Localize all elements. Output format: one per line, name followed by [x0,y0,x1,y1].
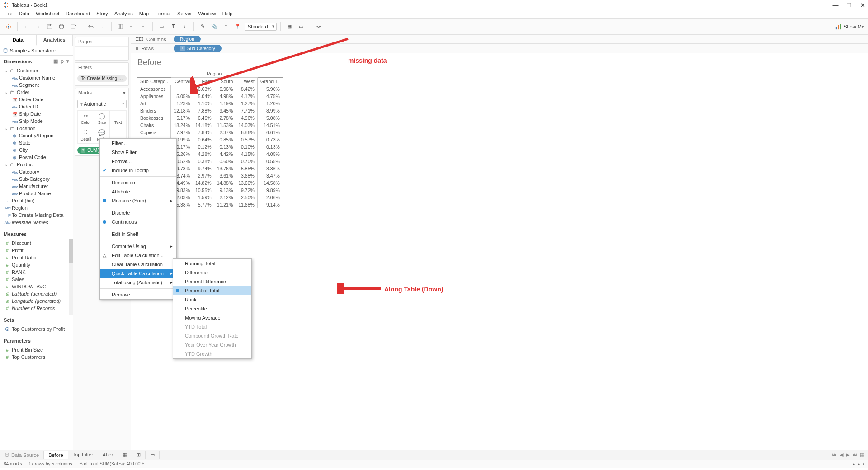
measure-longitude-generated-[interactable]: ⊕ Longitude (generated) [0,297,73,305]
marks-detail[interactable]: ⠿Detail [78,127,94,144]
menu-item-quick-table-calculation[interactable]: Quick Table Calculation▸ [100,269,176,278]
field-context-menu[interactable]: Filter...Show FilterFormat...✔Include in… [99,138,177,300]
tab-data[interactable]: Data [0,35,37,46]
menu-item-remove[interactable]: Remove [100,290,176,299]
submenu-item-moving-average[interactable]: Moving Average [173,313,251,322]
field-product-name[interactable]: Product Name [0,190,73,197]
folder-product[interactable]: ⌄ 🗀 Product [0,161,73,168]
menu-story[interactable]: Story [96,11,108,16]
new-dashboard-button[interactable]: ⊞ [132,451,146,459]
submenu-item-year-over-year-growth[interactable]: Year Over Year Growth [173,340,251,349]
filter-pill[interactable]: To Create Missing D.. [77,75,127,82]
measure-profit[interactable]: # Profit [0,247,73,254]
folder-order[interactable]: ⌄ 🗀 Order [0,89,73,96]
mark-type-dropdown[interactable]: T Automatic [77,100,127,108]
field-profit-bin-[interactable]: ₕ Profit (bin) [0,197,73,204]
menu-item-clear-table-calculation[interactable]: Clear Table Calculation [100,260,176,269]
tab-list-button[interactable]: ▦ [860,452,864,458]
menu-item-continuous[interactable]: Continuous [100,217,176,226]
field-customer-name[interactable]: Customer Name [0,74,73,81]
totals-button[interactable]: Σ [180,22,190,32]
show-me-button[interactable]: Show Me [835,24,864,30]
tab-analytics[interactable]: Analytics [37,35,73,46]
field-segment[interactable]: Segment [0,81,73,89]
field-state[interactable]: State [0,139,73,146]
presentation-button[interactable]: ▦ [284,22,294,32]
submenu-item-rank[interactable]: Rank [173,295,251,304]
rows-pill-subcategory[interactable]: +Sub-Category [174,45,222,52]
field-manufacturer[interactable]: Manufacturer [0,183,73,190]
marks-text[interactable]: TText [110,110,126,127]
new-worksheet-button[interactable] [68,22,78,32]
submenu-item-compound-growth-rate[interactable]: Compound Growth Rate [173,331,251,340]
sheet-tab-top-filter[interactable]: Top Filter [68,451,98,459]
field-postal-code[interactable]: Postal Code [0,154,73,161]
menu-format[interactable]: Format [155,11,171,16]
folder-customer[interactable]: ⌄ 🗀 Customer [0,67,73,74]
menu-help[interactable]: Help [222,11,233,16]
field-category[interactable]: Category [0,168,73,175]
menu-data[interactable]: Data [19,11,29,16]
menu-item-filter-[interactable]: Filter... [100,139,176,148]
menu-dashboard[interactable]: Dashboard [66,11,90,16]
field-city[interactable]: City [0,146,73,154]
field-order-date[interactable]: Order Date [0,96,73,103]
folder-location[interactable]: ⌄ 🗀 Location [0,125,73,132]
submenu-item-percent-of-total[interactable]: Percent of Total [173,286,251,295]
sheet-tab-before[interactable]: Before [44,451,68,459]
measure-latitude-generated-[interactable]: ⊕ Latitude (generated) [0,290,73,297]
share-button[interactable]: ⫘ [314,22,324,32]
field-country-region[interactable]: Country/Region [0,132,73,139]
field-measure-names[interactable]: Abc Measure Names [0,219,73,226]
sort-asc-button[interactable] [127,22,137,32]
measure-quantity[interactable]: # Quantity [0,261,73,268]
submenu-item-running-total[interactable]: Running Total [173,259,251,268]
new-story-button[interactable]: ▭ [146,451,160,459]
field-sub-category[interactable]: Sub-Category [0,175,73,183]
new-sheet-button[interactable]: ▦ [118,451,132,459]
menu-item-measure-sum-[interactable]: Measure (Sum)▸ [100,196,176,205]
tab-prev-button[interactable]: ◀ [840,452,843,458]
menu-item-edit-table-calculation-[interactable]: △Edit Table Calculation... [100,251,176,260]
menu-item-compute-using[interactable]: Compute Using▸ [100,242,176,251]
submenu-item-difference[interactable]: Difference [173,268,251,277]
fit-dropdown[interactable]: Standard [245,23,277,31]
sort-desc-button[interactable] [139,22,149,32]
menu-item-discrete[interactable]: Discrete [100,208,176,217]
menu-item-include-in-tooltip[interactable]: ✔Include in Tooltip [100,166,176,175]
datasource-row[interactable]: Sample - Superstore [0,46,73,56]
param-top-customers[interactable]: # Top Customers [0,353,73,361]
measure-profit-ratio[interactable]: # Profit Ratio [0,254,73,261]
submenu-item-percent-difference[interactable]: Percent Difference [173,277,251,286]
show-labels-button[interactable]: Ͳ [168,22,178,32]
highlight-button[interactable]: ✎ [198,22,208,32]
marks-color[interactable]: ••Color [78,110,94,127]
field-region[interactable]: Abc Region [0,204,73,212]
forward-button[interactable]: → [33,22,43,32]
menu-item-dimension[interactable]: Dimension [100,178,176,187]
measure-sales[interactable]: # Sales [0,276,73,283]
data-source-tab[interactable]: Data Source [0,451,44,459]
field-ship-date[interactable]: Ship Date [0,110,73,118]
new-datasource-button[interactable] [57,22,66,32]
menu-item-format-[interactable]: Format... [100,157,176,166]
tableau-icon[interactable] [4,22,14,32]
abc-button[interactable]: T [221,22,231,32]
sheet-title[interactable]: Before [137,58,862,67]
save-button[interactable] [45,22,55,32]
sheet-tab-after[interactable]: After [98,451,118,459]
menu-analysis[interactable]: Analysis [114,11,133,16]
menu-item-edit-in-shelf[interactable]: Edit in Shelf [100,230,176,239]
submenu-item-ytd-growth[interactable]: YTD Growth [173,349,251,358]
measure-window-avg[interactable]: # WINDOW_AVG [0,283,73,290]
pin-button[interactable]: 📍 [233,22,243,32]
tab-next-button[interactable]: ▶ [846,452,849,458]
device-button[interactable]: ▭ [296,22,306,32]
menu-map[interactable]: Map [139,11,149,16]
submenu-item-ytd-total[interactable]: YTD Total [173,322,251,331]
menu-worksheet[interactable]: Worksheet [36,11,59,16]
menu-item-show-filter[interactable]: Show Filter [100,148,176,157]
menu-server[interactable]: Server [177,11,192,16]
minimize-button[interactable]: — [833,2,838,8]
field-order-id[interactable]: Order ID [0,103,73,110]
